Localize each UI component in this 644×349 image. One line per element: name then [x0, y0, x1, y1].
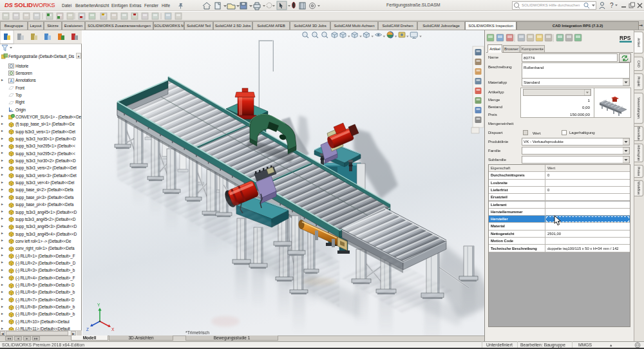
svg-text:Y: Y: [97, 303, 100, 307]
svg-text:*Trimetrisch: *Trimetrisch: [185, 330, 209, 335]
svg-text:RPS: RPS: [620, 35, 631, 41]
svg-text:X: X: [111, 327, 115, 332]
svg-text:Z: Z: [86, 327, 89, 332]
svg-text:?: ?: [610, 2, 614, 9]
svg-text:A: A: [10, 79, 13, 83]
